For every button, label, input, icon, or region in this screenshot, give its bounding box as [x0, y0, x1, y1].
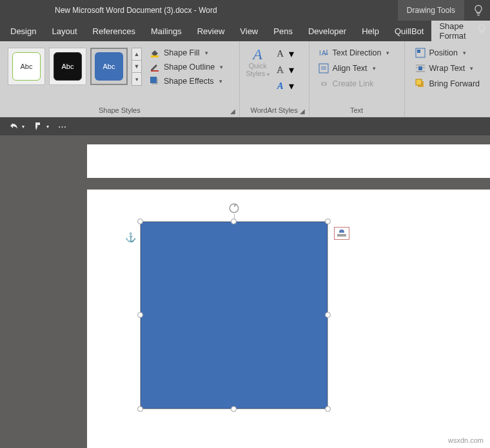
shape-style-gallery[interactable]: Abc Abc Abc: [5, 44, 130, 89]
tab-developer[interactable]: Developer: [300, 21, 354, 41]
resize-handle-sw[interactable]: [137, 406, 143, 412]
resize-handle-e[interactable]: [325, 312, 331, 318]
style-thumb-3[interactable]: Abc: [90, 48, 128, 85]
rotate-handle[interactable]: [228, 202, 240, 214]
resize-handle-w[interactable]: [137, 312, 143, 318]
tab-design[interactable]: Design: [3, 21, 44, 41]
tab-pens[interactable]: Pens: [266, 21, 300, 41]
tab-layout[interactable]: Layout: [44, 21, 84, 41]
document-title: New Microsoft Word Document (3).docx - W…: [0, 6, 217, 15]
resize-handle-nw[interactable]: [137, 219, 143, 224]
svg-rect-6: [319, 64, 328, 73]
gallery-more-button[interactable]: ▲ ▼ ▾: [132, 48, 142, 86]
tab-mailings[interactable]: Mailings: [143, 21, 190, 41]
undo-icon: [9, 121, 19, 131]
svg-rect-11: [418, 66, 422, 70]
resize-handle-se[interactable]: [325, 406, 331, 412]
text-fill-button[interactable]: A▾: [275, 48, 294, 60]
svg-rect-10: [417, 50, 420, 53]
effects-icon: [150, 76, 160, 86]
watermark: wsxdn.com: [448, 436, 484, 444]
contextual-tab-drawing-tools[interactable]: Drawing Tools: [398, 0, 464, 21]
page-fragment-top: [87, 144, 490, 178]
text-outline-icon: A: [275, 64, 286, 75]
shape-outline-button[interactable]: Shape Outline▾: [150, 62, 223, 72]
shape-fill-button[interactable]: Shape Fill▾: [150, 48, 223, 58]
lightbulb-icon: [472, 4, 485, 17]
anchor-icon[interactable]: ⚓: [125, 232, 136, 242]
svg-point-18: [230, 204, 239, 213]
title-bar: New Microsoft Word Document (3).docx - W…: [0, 0, 490, 21]
resize-handle-ne[interactable]: [325, 219, 331, 224]
layout-options-icon: [337, 229, 347, 237]
dialog-launcher-shape-styles[interactable]: ◢: [230, 108, 237, 114]
ribbon: Abc Abc Abc ▲ ▼ ▾ Shape Fill▾ Shape Outl…: [0, 41, 490, 117]
create-link-button: Create Link: [318, 79, 395, 89]
group-label-wordart: WordArt Styles: [245, 106, 304, 115]
qat-more-button[interactable]: ⋯: [58, 122, 66, 131]
gallery-up-icon[interactable]: ▲: [132, 48, 141, 61]
svg-rect-3: [150, 77, 157, 83]
tab-references[interactable]: References: [85, 21, 143, 41]
dialog-launcher-wordart[interactable]: ◢: [300, 108, 306, 114]
text-outline-button[interactable]: A▾: [275, 64, 294, 76]
gallery-down-icon[interactable]: ▼: [132, 61, 141, 73]
align-text-button[interactable]: Align Text▾: [318, 63, 395, 73]
shape-effects-button[interactable]: Shape Effects▾: [150, 76, 223, 86]
tab-help[interactable]: Help: [354, 21, 387, 41]
group-label-text: Text: [315, 106, 399, 115]
text-effects-icon: A: [275, 81, 286, 92]
paintbrush-icon: [34, 121, 44, 131]
document-canvas[interactable]: ⚓: [0, 135, 490, 448]
link-icon: [318, 79, 329, 89]
group-text: IA Text Direction▾ Align Text▾ Create Li…: [309, 41, 405, 117]
svg-rect-1: [151, 70, 159, 72]
rectangle-shape[interactable]: [141, 222, 328, 409]
text-direction-icon: IA: [318, 48, 329, 58]
group-arrange: Position▾ Wrap Text▾ Bring Forward: [405, 41, 491, 117]
undo-button[interactable]: ▾: [9, 121, 24, 131]
text-direction-button[interactable]: IA Text Direction▾: [318, 48, 395, 58]
quick-access-toolbar: ▾ ▾ ⋯: [0, 117, 490, 135]
format-painter-button[interactable]: ▾: [34, 121, 49, 131]
text-effects-button[interactable]: A▾: [275, 80, 294, 92]
resize-handle-s[interactable]: [231, 406, 237, 412]
pen-icon: [150, 62, 160, 72]
resize-handle-n[interactable]: [231, 219, 237, 224]
selected-shape-container[interactable]: ⚓: [141, 222, 328, 409]
gallery-expand-icon[interactable]: ▾: [132, 73, 141, 85]
wrap-text-icon: [415, 63, 426, 73]
group-label-shape-styles: Shape Styles: [5, 106, 234, 115]
svg-text:I: I: [319, 50, 321, 57]
tab-quillbot[interactable]: QuillBot: [387, 21, 432, 41]
bring-forward-button[interactable]: Bring Forward: [415, 79, 480, 89]
tab-review[interactable]: Review: [190, 21, 233, 41]
svg-rect-0: [151, 55, 159, 57]
wordart-a-icon: A: [245, 46, 271, 62]
layout-options-button[interactable]: [334, 227, 349, 240]
tell-me-icon[interactable]: [476, 23, 487, 35]
style-thumb-1[interactable]: Abc: [8, 48, 45, 85]
text-fill-icon: A: [275, 48, 286, 59]
tab-view[interactable]: View: [232, 21, 266, 41]
position-icon: [415, 48, 426, 58]
bucket-icon: [150, 48, 160, 58]
svg-rect-17: [416, 79, 422, 85]
page[interactable]: ⚓: [87, 190, 490, 448]
group-shape-styles: Abc Abc Abc ▲ ▼ ▾ Shape Fill▾ Shape Outl…: [0, 41, 240, 117]
style-thumb-2[interactable]: Abc: [49, 48, 86, 85]
svg-text:A: A: [322, 50, 326, 57]
position-button[interactable]: Position▾: [415, 48, 480, 58]
quick-styles-button[interactable]: A Quick Styles ▾: [245, 46, 271, 77]
wrap-text-button[interactable]: Wrap Text▾: [415, 63, 480, 73]
group-wordart-styles: A Quick Styles ▾ A▾ A▾ A▾ WordArt Styles…: [240, 41, 309, 117]
bring-forward-icon: [415, 79, 426, 89]
ribbon-tabs: Design Layout References Mailings Review…: [0, 21, 490, 41]
align-text-icon: [318, 63, 329, 73]
